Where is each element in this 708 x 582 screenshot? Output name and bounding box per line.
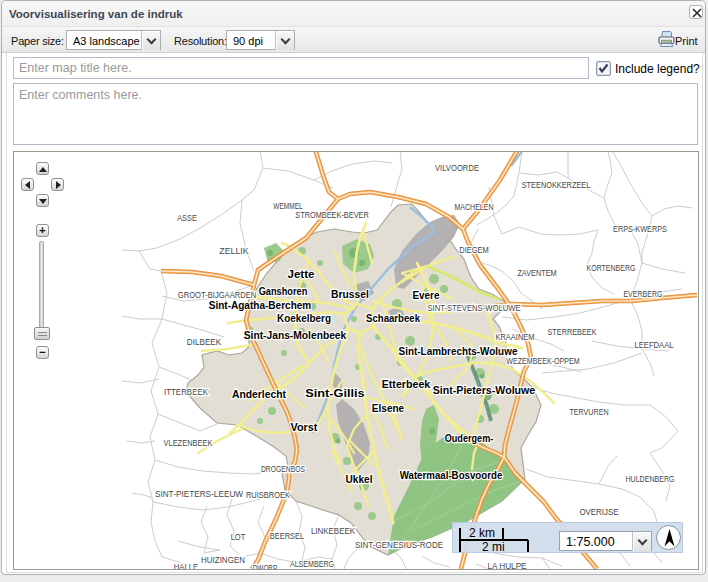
svg-text:Vorst: Vorst xyxy=(291,421,318,433)
svg-text:DIEGEM: DIEGEM xyxy=(459,245,488,255)
svg-text:TERVUREN: TERVUREN xyxy=(569,407,608,417)
svg-text:DWORP: DWORP xyxy=(253,563,278,569)
svg-text:ZELLIK: ZELLIK xyxy=(219,246,249,256)
svg-text:Sint-Jans-Molenbeek: Sint-Jans-Molenbeek xyxy=(244,329,347,341)
svg-text:LOT: LOT xyxy=(231,532,246,542)
svg-text:LA HULPE: LA HULPE xyxy=(487,561,526,569)
svg-text:DILBEEK: DILBEEK xyxy=(187,337,222,347)
svg-text:HUIZINGEN: HUIZINGEN xyxy=(201,555,245,565)
svg-text:2 mi: 2 mi xyxy=(482,540,505,554)
svg-text:Jette: Jette xyxy=(288,268,315,280)
svg-text:VILVOORDE: VILVOORDE xyxy=(435,163,479,173)
svg-text:DROGENBOS: DROGENBOS xyxy=(261,464,305,474)
svg-text:Sint-Agatha-Berchem: Sint-Agatha-Berchem xyxy=(209,299,312,311)
svg-text:Ganshoren: Ganshoren xyxy=(259,285,308,297)
svg-text:Elsene: Elsene xyxy=(372,402,404,414)
svg-text:SINT-PIETERS-LEEUW: SINT-PIETERS-LEEUW xyxy=(155,489,244,499)
svg-text:STROMBEEK-BEVER: STROMBEEK-BEVER xyxy=(295,210,369,220)
svg-text:WEZEMBEEK-OPPEM: WEZEMBEEK-OPPEM xyxy=(506,356,580,366)
svg-text:VLEZENBEEK: VLEZENBEEK xyxy=(164,438,213,448)
svg-text:STERREBEEK: STERREBEEK xyxy=(548,327,597,337)
svg-text:Watermaal-Bosvoorde: Watermaal-Bosvoorde xyxy=(400,469,503,481)
svg-text:Etterbeek: Etterbeek xyxy=(382,378,431,390)
svg-text:Anderlecht: Anderlecht xyxy=(232,388,286,400)
svg-text:MACHELEN: MACHELEN xyxy=(454,202,493,212)
svg-text:HULDENBERG: HULDENBERG xyxy=(626,474,675,484)
svg-text:Koekelberg: Koekelberg xyxy=(277,312,331,324)
svg-text:Oudergem-: Oudergem- xyxy=(445,432,494,444)
svg-text:Sint-Lambrechts-Woluwe: Sint-Lambrechts-Woluwe xyxy=(399,345,518,357)
svg-text:HALLE: HALLE xyxy=(174,562,199,569)
svg-text:Sint-Gillis: Sint-Gillis xyxy=(305,387,364,399)
svg-text:SINT-GENESIUS-RODE: SINT-GENESIUS-RODE xyxy=(355,540,443,550)
svg-text:ASSE: ASSE xyxy=(177,213,197,223)
svg-text:KORTENBERG: KORTENBERG xyxy=(587,263,636,273)
svg-text:Sint-Pieters-Woluwe: Sint-Pieters-Woluwe xyxy=(433,384,536,396)
svg-text:LEEFDAAL: LEEFDAAL xyxy=(634,340,673,350)
svg-text:Schaarbeek: Schaarbeek xyxy=(366,312,421,324)
svg-text:Ukkel: Ukkel xyxy=(346,473,373,485)
svg-text:SINT-STEVENS-WOLUWE: SINT-STEVENS-WOLUWE xyxy=(427,303,520,313)
svg-text:KRAAINEM: KRAAINEM xyxy=(495,332,534,342)
svg-text:LINKEBEEK: LINKEBEEK xyxy=(311,526,355,536)
svg-text:BEERSEL: BEERSEL xyxy=(270,531,304,541)
svg-text:RUISBROEK: RUISBROEK xyxy=(246,490,290,500)
svg-text:Evere: Evere xyxy=(413,289,440,301)
svg-text:Brussel: Brussel xyxy=(331,288,369,300)
svg-text:ITTERBEEK: ITTERBEEK xyxy=(164,387,208,397)
svg-text:OVERIJSE: OVERIJSE xyxy=(579,507,618,517)
svg-text:EVERBERG: EVERBERG xyxy=(623,289,662,299)
svg-text:STEENOKKERZEEL: STEENOKKERZEEL xyxy=(522,180,591,190)
svg-text:ERPS-KWERPS: ERPS-KWERPS xyxy=(613,224,667,234)
svg-text:ZAVENTEM: ZAVENTEM xyxy=(517,268,556,278)
svg-text:ALSEMBERG: ALSEMBERG xyxy=(290,559,334,569)
svg-text:2 km: 2 km xyxy=(469,526,495,540)
